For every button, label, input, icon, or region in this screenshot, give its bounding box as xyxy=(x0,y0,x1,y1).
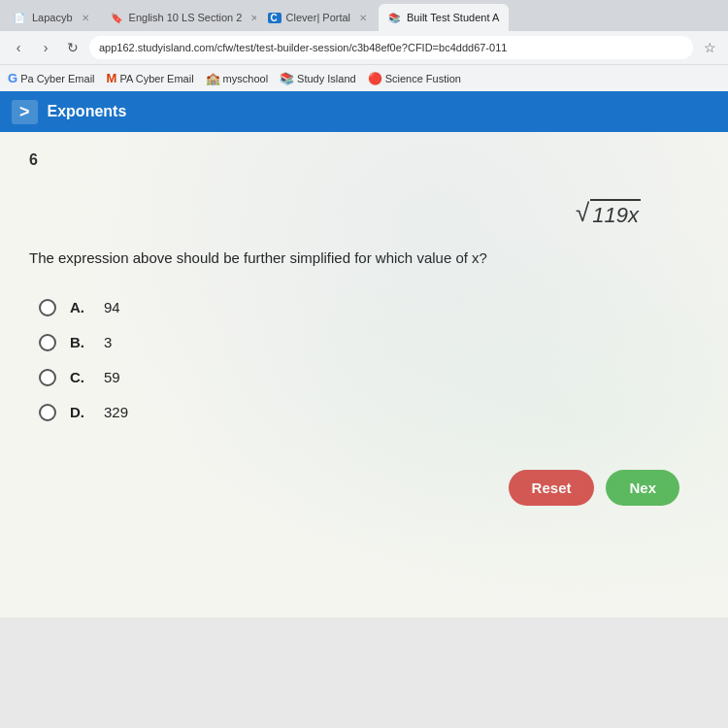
address-input[interactable] xyxy=(89,36,693,59)
option-value-a: 94 xyxy=(104,299,120,315)
option-c[interactable]: C. 59 xyxy=(39,369,699,386)
option-value-d: 329 xyxy=(104,404,128,420)
studyisland-icon: 📚 xyxy=(280,72,294,85)
sqrt-content: 119x xyxy=(590,199,641,228)
bookmark-myschool[interactable]: 🏫 myschool xyxy=(206,72,268,85)
back-button[interactable]: ‹ xyxy=(8,37,29,58)
math-expression: 119x xyxy=(29,198,699,228)
tab-icon: 📄 xyxy=(14,13,27,23)
microsoft-icon: M xyxy=(107,71,117,85)
tab-lapacyb[interactable]: 📄 Lapacyb ✕ xyxy=(4,4,99,31)
option-value-b: 3 xyxy=(104,334,112,350)
tab-label-si: Built Test Student A xyxy=(407,12,499,23)
si-header: > Exponents xyxy=(0,91,728,132)
tab-label-english: English 10 LS Section 2 xyxy=(129,12,243,23)
tab-label-clever: Clever| Portal xyxy=(286,12,350,23)
button-row: Reset Nex xyxy=(29,470,699,506)
browser-chrome: 📄 Lapacyb ✕ 🔖 English 10 LS Section 2 ✕ … xyxy=(0,0,728,91)
tab-clever[interactable]: C Clever| Portal ✕ xyxy=(258,4,377,31)
radio-c[interactable] xyxy=(39,369,56,386)
address-bar-row: ‹ › ↻ ☆ xyxy=(0,31,728,64)
myschool-icon: 🏫 xyxy=(206,72,220,85)
option-value-c: 59 xyxy=(104,369,120,385)
bookmark-studyisland[interactable]: 📚 Study Island xyxy=(280,72,356,85)
tab-icon-clever: C xyxy=(268,13,281,23)
reload-button[interactable]: ↻ xyxy=(62,37,83,58)
question-number: 6 xyxy=(29,151,699,169)
tab-studyisland[interactable]: 📚 Built Test Student A xyxy=(379,4,509,31)
question-text: The expression above should be further s… xyxy=(29,248,699,270)
sqrt-symbol: 119x xyxy=(576,198,641,228)
google-icon: G xyxy=(8,71,17,85)
reset-button[interactable]: Reset xyxy=(509,470,595,506)
tab-icon-si: 📚 xyxy=(388,13,402,23)
option-b[interactable]: B. 3 xyxy=(39,334,699,351)
tab-close-btn[interactable]: ✕ xyxy=(82,13,89,23)
bookmark-pacyber-g[interactable]: G Pa Cyber Email xyxy=(8,71,95,85)
radio-d[interactable] xyxy=(39,404,56,421)
bookmark-label-sf: Science Fustion xyxy=(385,73,461,84)
bookmark-sciencefusion[interactable]: 🔴 Science Fustion xyxy=(368,72,461,85)
bookmark-star[interactable]: ☆ xyxy=(699,37,720,58)
option-label-c: C. xyxy=(70,369,84,385)
section-title: Exponents xyxy=(48,103,127,120)
tab-close-english[interactable]: ✕ xyxy=(250,13,255,23)
bookmark-label-si: Study Island xyxy=(297,73,356,84)
back-arrow-button[interactable]: > xyxy=(12,100,38,124)
tab-icon-english: 🔖 xyxy=(111,13,124,23)
sciencefusion-icon: 🔴 xyxy=(368,72,382,85)
option-label-d: D. xyxy=(70,404,84,420)
option-label-b: B. xyxy=(70,334,84,350)
next-button[interactable]: Nex xyxy=(606,470,679,506)
bookmarks-bar: G Pa Cyber Email M PA Cyber Email 🏫 mysc… xyxy=(0,64,728,91)
tab-close-clever[interactable]: ✕ xyxy=(359,13,367,23)
answer-options: A. 94 B. 3 C. 59 D. 329 xyxy=(29,299,699,421)
tab-bar: 📄 Lapacyb ✕ 🔖 English 10 LS Section 2 ✕ … xyxy=(0,0,728,31)
forward-button[interactable]: › xyxy=(35,37,56,58)
bookmark-label: Pa Cyber Email xyxy=(20,73,94,84)
option-label-a: A. xyxy=(70,299,84,315)
tab-label: Lapacyb xyxy=(32,12,73,23)
bookmark-label-myschool: myschool xyxy=(223,73,268,84)
option-d[interactable]: D. 329 xyxy=(39,404,699,421)
option-a[interactable]: A. 94 xyxy=(39,299,699,316)
question-container: 6 119x The expression above should be fu… xyxy=(0,132,728,617)
tab-english[interactable]: 🔖 English 10 LS Section 2 ✕ xyxy=(101,4,256,31)
bookmark-label-m: PA Cyber Email xyxy=(119,73,193,84)
bookmark-pacyber-m[interactable]: M PA Cyber Email xyxy=(107,71,194,85)
radio-b[interactable] xyxy=(39,334,56,351)
radio-a[interactable] xyxy=(39,299,56,316)
